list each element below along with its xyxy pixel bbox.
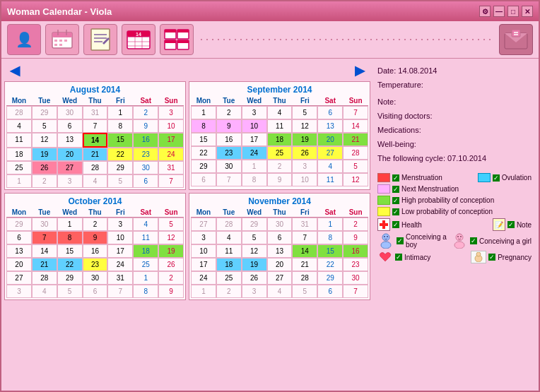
table-row[interactable]: 4 <box>133 218 158 231</box>
table-row[interactable]: 30 <box>32 218 57 231</box>
table-row[interactable]: 7 <box>343 285 368 298</box>
table-row[interactable]: 23 <box>343 258 368 271</box>
table-row[interactable]: 2 <box>158 271 184 285</box>
table-row[interactable]: 8 <box>57 231 83 244</box>
prev-button[interactable]: ◀ <box>4 63 25 78</box>
table-row[interactable]: 6 <box>57 119 83 133</box>
table-row[interactable]: 1 <box>57 218 83 231</box>
table-row[interactable]: 2 <box>216 285 242 298</box>
table-row[interactable]: 23 <box>83 258 108 271</box>
minimize-button[interactable]: — <box>493 6 505 17</box>
table-row[interactable]: 8 <box>242 173 267 186</box>
table-row[interactable]: 29 <box>242 218 267 231</box>
table-row[interactable]: 7 <box>216 173 242 186</box>
table-row[interactable]: 1 <box>107 106 133 119</box>
table-row[interactable]: 11 <box>216 244 242 258</box>
table-row[interactable]: 1 <box>242 160 267 173</box>
table-row[interactable]: 16 <box>83 244 108 258</box>
table-row[interactable]: 26 <box>292 146 317 160</box>
table-row[interactable]: 6 <box>6 231 32 244</box>
table-row[interactable]: 6 <box>83 285 108 298</box>
table-row[interactable]: 22 <box>317 258 343 271</box>
table-row[interactable]: 2 <box>133 106 158 119</box>
table-row[interactable]: 28 <box>216 218 242 231</box>
table-row[interactable]: 4 <box>267 106 293 119</box>
table-row[interactable]: 25 <box>6 161 32 174</box>
table-row[interactable]: 24 <box>242 146 267 160</box>
table-row[interactable]: 3 <box>191 231 216 244</box>
table-row[interactable]: 10 <box>292 173 317 186</box>
table-row[interactable]: 14 <box>292 244 317 258</box>
table-row[interactable]: 11 <box>317 173 343 186</box>
calendar-month-button[interactable]: 14 <box>122 24 155 55</box>
table-row[interactable]: 29 <box>57 271 83 285</box>
table-row[interactable]: 1 <box>191 106 216 119</box>
table-row[interactable]: 4 <box>32 285 57 298</box>
table-row[interactable]: 6 <box>267 231 293 244</box>
table-row[interactable]: 26 <box>158 258 184 271</box>
table-row[interactable]: 3 <box>6 285 32 298</box>
table-row[interactable]: 27 <box>317 146 343 160</box>
table-row[interactable]: 16 <box>216 133 242 146</box>
table-row[interactable]: 8 <box>133 285 158 298</box>
table-row[interactable]: 30 <box>133 161 158 174</box>
table-row[interactable]: 7 <box>292 231 317 244</box>
table-row[interactable]: 29 <box>191 160 216 173</box>
table-row[interactable]: 13 <box>6 244 32 258</box>
table-row[interactable]: 1 <box>133 271 158 285</box>
notes-button[interactable] <box>83 24 117 55</box>
table-row[interactable]: 17 <box>242 133 267 146</box>
calendar-small-button[interactable] <box>45 24 79 55</box>
table-row[interactable]: 9 <box>216 119 242 133</box>
table-row[interactable]: 5 <box>292 106 317 119</box>
table-row[interactable]: 30 <box>57 106 83 119</box>
table-row[interactable]: 12 <box>343 173 368 186</box>
table-row[interactable]: 28 <box>343 146 368 160</box>
calendar-grid-button[interactable] <box>160 24 194 55</box>
table-row[interactable]: 19 <box>242 258 267 271</box>
table-row[interactable]: 30 <box>267 218 293 231</box>
settings-button[interactable]: ⚙ <box>479 6 491 17</box>
table-row[interactable]: 22 <box>57 258 83 271</box>
table-row[interactable]: 9 <box>158 285 184 298</box>
table-row[interactable]: 28 <box>83 161 108 174</box>
table-row[interactable]: 18 <box>6 148 32 161</box>
table-row[interactable]: 2 <box>216 106 242 119</box>
table-row[interactable]: 12 <box>292 119 317 133</box>
table-row[interactable]: 20 <box>317 133 343 146</box>
table-row[interactable]: 4 <box>83 174 108 188</box>
table-row[interactable]: 15 <box>107 133 133 148</box>
table-row[interactable]: 9 <box>133 119 158 133</box>
table-row[interactable]: 7 <box>107 285 133 298</box>
table-row[interactable]: 6 <box>317 106 343 119</box>
table-row[interactable]: 9 <box>267 173 293 186</box>
table-row[interactable]: 21 <box>83 148 108 161</box>
table-row[interactable]: 14 <box>343 119 368 133</box>
table-row[interactable]: 2 <box>267 160 293 173</box>
table-row[interactable]: 17 <box>107 244 133 258</box>
table-row[interactable]: 27 <box>6 271 32 285</box>
table-row[interactable]: 4 <box>6 119 32 133</box>
table-row[interactable]: 23 <box>216 146 242 160</box>
table-row[interactable]: 4 <box>216 231 242 244</box>
table-row[interactable]: 29 <box>317 271 343 285</box>
table-row[interactable]: 7 <box>343 106 368 119</box>
table-row[interactable]: 25 <box>267 146 293 160</box>
table-row[interactable]: 15 <box>317 244 343 258</box>
table-row[interactable]: 1 <box>191 285 216 298</box>
table-row[interactable]: 1 <box>6 174 32 188</box>
table-row[interactable]: 20 <box>6 258 32 271</box>
table-row[interactable]: 11 <box>133 231 158 244</box>
table-row[interactable]: 7 <box>32 231 57 244</box>
table-row[interactable]: 4 <box>267 285 293 298</box>
table-row[interactable]: 3 <box>242 285 267 298</box>
next-button[interactable]: ▶ <box>349 63 370 78</box>
table-row[interactable]: 13 <box>267 244 293 258</box>
table-row[interactable]: 10 <box>107 231 133 244</box>
table-row[interactable]: 10 <box>191 244 216 258</box>
table-row[interactable]: 26 <box>242 271 267 285</box>
table-row[interactable]: 25 <box>133 258 158 271</box>
table-row[interactable]: 6 <box>317 285 343 298</box>
table-row[interactable]: 15 <box>191 133 216 146</box>
table-row[interactable]: 31 <box>83 106 108 119</box>
